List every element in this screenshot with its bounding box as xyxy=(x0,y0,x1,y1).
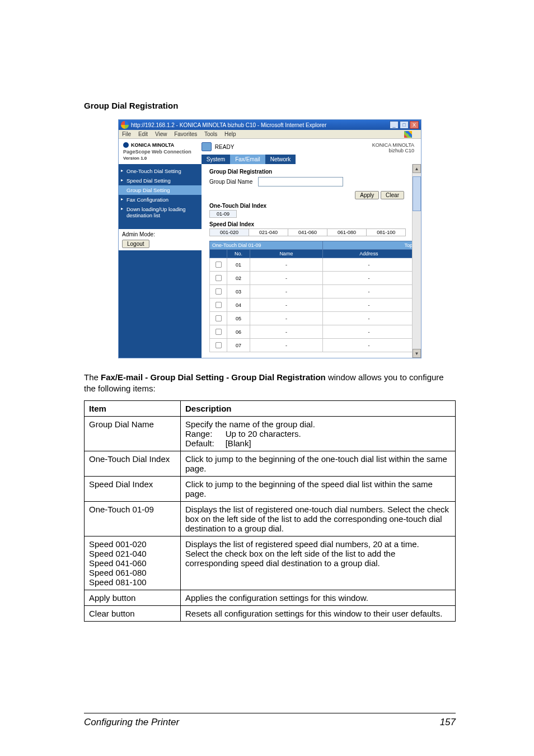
speed-index-title: Speed Dial Index xyxy=(209,221,415,227)
row-checkbox[interactable] xyxy=(216,315,222,321)
brand-right: KONICA MINOLTA xyxy=(372,142,414,148)
item-cell: One-Touch Dial Index xyxy=(85,451,181,476)
item-cell: Speed 001-020 Speed 021-040 Speed 041-06… xyxy=(85,536,181,590)
tab-fax-email[interactable]: Fax/Email xyxy=(230,155,265,164)
speed-index-2[interactable]: 041-060 xyxy=(288,228,327,236)
th-desc: Description xyxy=(181,400,456,416)
version-label: Version 1.0 xyxy=(123,156,191,161)
minimize-button[interactable]: _ xyxy=(390,121,399,129)
pagescope-label: PageScope Web Connection xyxy=(123,149,191,155)
desc-cell: Displays the list of registered speed di… xyxy=(181,536,456,590)
status-ready: READY xyxy=(202,142,372,151)
caption-text: The Fax/E-mail - Group Dial Setting - Gr… xyxy=(84,372,456,395)
scroll-thumb[interactable] xyxy=(413,176,421,211)
desc-cell: Displays the list of registered one-touc… xyxy=(181,501,456,536)
page-number: 157 xyxy=(440,717,456,728)
sidebar-item-faxconfig[interactable]: Fax Configuration xyxy=(119,195,202,204)
col-name: Name xyxy=(250,250,323,258)
menu-edit[interactable]: Edit xyxy=(138,131,148,137)
close-button[interactable]: X xyxy=(410,121,419,129)
onetouch-table-title: One-Touch Dial 01-09 xyxy=(210,241,323,250)
onetouch-index-title: One-Touch Dial Index xyxy=(209,203,415,209)
group-dial-name-label: Group Dial Name xyxy=(209,179,252,185)
scrollbar[interactable]: ▲ ▼ xyxy=(412,164,421,358)
row-checkbox[interactable] xyxy=(216,262,222,268)
row-checkbox[interactable] xyxy=(216,275,222,281)
desc-cell: Resets all configuration settings for th… xyxy=(181,605,456,621)
table-row: 01-- xyxy=(210,258,415,272)
content-pane: Group Dial Registration Group Dial Name … xyxy=(202,164,421,358)
sidebar: One-Touch Dial Setting Speed Dial Settin… xyxy=(119,164,202,358)
menu-view[interactable]: View xyxy=(155,131,167,137)
item-cell: Clear button xyxy=(85,605,181,621)
menu-favorites[interactable]: Favorites xyxy=(174,131,197,137)
sidebar-item-speed[interactable]: Speed Dial Setting xyxy=(119,176,202,185)
speed-index-0[interactable]: 001-020 xyxy=(209,228,249,236)
menu-tools[interactable]: Tools xyxy=(204,131,217,137)
col-no: No. xyxy=(227,250,250,258)
section-title: Group Dial Registration xyxy=(84,101,456,110)
item-cell: Apply button xyxy=(85,590,181,605)
menu-help[interactable]: Help xyxy=(224,131,236,137)
admin-mode-label: Admin Mode: xyxy=(122,231,198,237)
row-checkbox[interactable] xyxy=(216,342,222,348)
form-title: Group Dial Registration xyxy=(209,169,415,175)
km-logo: KONICA MINOLTA xyxy=(123,142,191,148)
footer-title: Configuring the Printer xyxy=(84,717,179,728)
col-addr: Address xyxy=(322,250,415,258)
row-checkbox[interactable] xyxy=(216,302,222,308)
printer-icon xyxy=(202,142,212,151)
tab-system[interactable]: System xyxy=(202,155,230,164)
group-dial-name-input[interactable] xyxy=(258,177,343,186)
scroll-up-icon[interactable]: ▲ xyxy=(413,164,421,173)
onetouch-table: One-Touch Dial 01-09Top No. Name Address… xyxy=(209,241,415,352)
desc-cell: Click to jump to the beginning of the sp… xyxy=(181,476,456,501)
desc-cell: Click to jump to the beginning of the on… xyxy=(181,451,456,476)
row-checkbox[interactable] xyxy=(216,329,222,335)
document-page: Group Dial Registration http://192.168.1… xyxy=(0,0,534,756)
ie-titlebar: http://192.168.1.2 - KONICA MINOLTA bizh… xyxy=(119,120,421,130)
table-row: 02-- xyxy=(210,272,415,285)
logout-button[interactable]: Logout xyxy=(122,240,149,248)
table-row: 07-- xyxy=(210,339,415,352)
desc-cell: Specify the name of the group dial. Rang… xyxy=(181,416,456,451)
th-item: Item xyxy=(85,400,181,416)
maximize-button[interactable]: □ xyxy=(400,121,409,129)
model-right: bizhub C10 xyxy=(372,148,414,153)
ie-menubar: File Edit View Favorites Tools Help xyxy=(119,130,421,139)
scroll-down-icon[interactable]: ▼ xyxy=(413,349,421,358)
item-cell: One-Touch 01-09 xyxy=(85,501,181,536)
apply-button[interactable]: Apply xyxy=(355,191,379,199)
sidebar-item-onetouch[interactable]: One-Touch Dial Setting xyxy=(119,166,202,176)
clear-button[interactable]: Clear xyxy=(381,191,404,199)
speed-index-4[interactable]: 081-100 xyxy=(366,228,406,236)
sidebar-item-updown[interactable]: Down loading/Up loading destination list xyxy=(119,204,202,220)
menu-file[interactable]: File xyxy=(122,131,131,137)
table-row: 06-- xyxy=(210,325,415,339)
ie-flag-icon xyxy=(404,131,412,138)
tab-network[interactable]: Network xyxy=(265,155,296,164)
item-cell: Speed Dial Index xyxy=(85,476,181,501)
description-table: Item Description Group Dial Name Specify… xyxy=(84,400,456,622)
embedded-screenshot: http://192.168.1.2 - KONICA MINOLTA bizh… xyxy=(118,119,421,358)
item-cell: Group Dial Name xyxy=(85,416,181,451)
row-checkbox[interactable] xyxy=(216,288,222,295)
ie-icon xyxy=(121,121,129,129)
sidebar-item-group[interactable]: Group Dial Setting xyxy=(119,185,202,195)
speed-index-1[interactable]: 021-040 xyxy=(249,228,288,236)
col-check xyxy=(210,250,227,258)
desc-cell: Applies the configuration settings for t… xyxy=(181,590,456,605)
top-link[interactable]: Top xyxy=(322,241,415,250)
speed-index-3[interactable]: 061-080 xyxy=(327,228,367,236)
table-row: 03-- xyxy=(210,285,415,298)
table-row: 05-- xyxy=(210,312,415,325)
page-footer: Configuring the Printer 157 xyxy=(84,713,456,728)
window-title: http://192.168.1.2 - KONICA MINOLTA bizh… xyxy=(131,122,390,128)
onetouch-index-0109[interactable]: 01-09 xyxy=(209,210,237,218)
table-row: 04-- xyxy=(210,298,415,312)
km-logo-icon xyxy=(123,142,129,148)
